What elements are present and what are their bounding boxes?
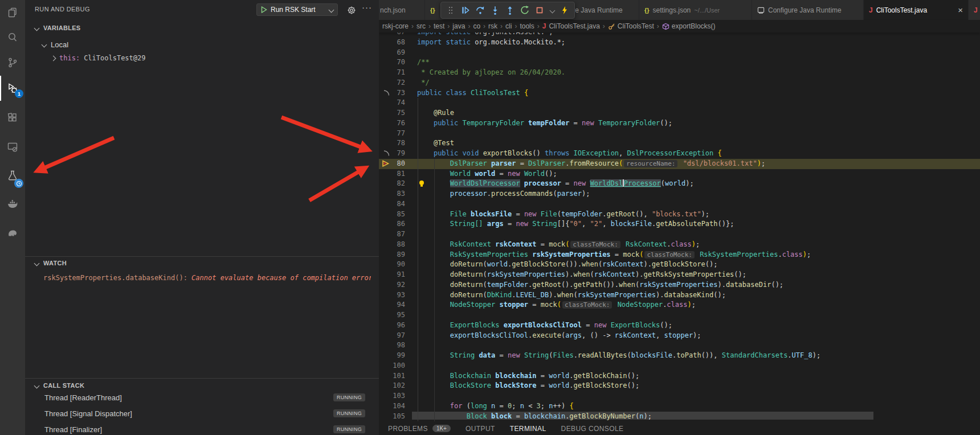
breadcrumb-item-rsk[interactable]: rsk — [488, 22, 497, 30]
variable-row-this[interactable]: this: CliToolsTest@29 — [51, 54, 146, 62]
watch-section-header[interactable]: WATCH — [35, 260, 67, 266]
gutter-glyph-margin[interactable] — [379, 38, 393, 48]
lightbulb-icon[interactable] — [418, 180, 425, 191]
gutter-glyph-margin[interactable] — [379, 391, 393, 401]
gutter-glyph-margin[interactable] — [379, 310, 393, 321]
gutter-glyph-margin[interactable] — [379, 88, 393, 99]
restart-icon[interactable] — [518, 4, 531, 17]
gutter-glyph-margin[interactable] — [379, 189, 393, 199]
gutter-glyph-margin[interactable] — [379, 199, 393, 210]
gutter-glyph-margin[interactable] — [379, 58, 393, 68]
gutter-glyph-margin[interactable] — [379, 321, 393, 331]
docker-icon[interactable] — [0, 191, 25, 216]
gutter-glyph-margin[interactable] — [379, 280, 393, 290]
call-stack-section-header[interactable]: CALL STACK — [35, 382, 84, 389]
panel-tab-debug-console[interactable]: DEBUG CONSOLE — [561, 425, 624, 433]
call-stack-thread-row[interactable]: Thread [ReaderThread]RUNNING — [44, 392, 372, 403]
panel-tab-problems[interactable]: PROBLEMS1K+ — [388, 425, 451, 433]
gutter-glyph-margin[interactable] — [379, 260, 393, 270]
gutter-glyph-margin[interactable] — [379, 331, 393, 341]
tab-settings.json[interactable]: {}settings.json~/.../User — [639, 0, 752, 20]
line-number: 81 — [393, 169, 405, 179]
gutter-glyph-margin[interactable] — [379, 371, 393, 381]
tab-nch.json[interactable]: nch.json — [379, 0, 425, 20]
panel-tab-output[interactable]: OUTPUT — [466, 425, 495, 433]
gutter-glyph-margin[interactable] — [379, 98, 393, 108]
breadcrumb-item-rskj-core[interactable]: rskj-core — [382, 22, 409, 30]
breadcrumb-item-exportBlocks()[interactable]: exportBlocks() — [662, 22, 716, 30]
gutter-glyph-margin[interactable] — [379, 32, 393, 38]
call-stack-thread-row[interactable]: Thread [Signal Dispatcher]RUNNING — [44, 408, 372, 419]
gutter-glyph-margin[interactable] — [379, 219, 393, 229]
breadcrumb-item-test[interactable]: test — [434, 22, 444, 30]
gutter-glyph-margin[interactable] — [379, 179, 393, 189]
gutter-glyph-margin[interactable] — [379, 401, 393, 412]
step-into-icon[interactable] — [489, 4, 501, 17]
gutter-glyph-margin[interactable] — [379, 138, 393, 149]
explorer-icon[interactable] — [0, 0, 25, 25]
gutter-glyph-margin[interactable] — [379, 300, 393, 310]
gutter-glyph-margin[interactable] — [379, 48, 393, 58]
code-line-86: 86 String[] args = new String[]{"0", "2"… — [379, 219, 980, 229]
chevron-down-icon — [329, 7, 334, 13]
tab-clipped[interactable]: J — [969, 0, 980, 20]
hot-code-replace-icon[interactable] — [558, 4, 571, 17]
gutter-glyph-margin[interactable] — [379, 68, 393, 78]
gutter-glyph-margin[interactable] — [379, 412, 393, 422]
remote-explorer-icon[interactable] — [0, 134, 25, 159]
gutter-glyph-margin[interactable] — [379, 78, 393, 88]
breadcrumb-item-tools[interactable]: tools — [520, 22, 534, 30]
step-over-icon[interactable] — [474, 4, 487, 17]
breadcrumb-item-src[interactable]: src — [416, 22, 426, 30]
gutter-glyph-margin[interactable] — [379, 250, 393, 260]
close-icon[interactable]: × — [958, 6, 963, 14]
chevron-down-icon — [34, 25, 40, 31]
fold-indicator-icon[interactable] — [383, 150, 390, 157]
test-session-clock-badge — [14, 179, 23, 188]
gutter-glyph-margin[interactable] — [379, 108, 393, 118]
breadcrumb-item-cli[interactable]: cli — [505, 22, 512, 30]
search-icon[interactable] — [0, 25, 25, 50]
step-out-icon[interactable] — [504, 4, 516, 17]
watch-expression-row[interactable]: rskSystemProperties.databaseKind(): Cann… — [43, 274, 371, 282]
tab-CliToolsTest.java[interactable]: JCliToolsTest.java× — [864, 0, 969, 20]
debug-current-line-arrow-icon[interactable] — [382, 160, 390, 167]
variables-section-header[interactable]: VARIABLES — [35, 24, 80, 31]
gutter-glyph-margin[interactable] — [379, 290, 393, 301]
gutter-glyph-margin[interactable] — [379, 129, 393, 139]
breadcrumb-item-CliToolsTest[interactable]: CliToolsTest — [608, 22, 654, 30]
gradle-elephant-icon[interactable] — [0, 220, 25, 245]
breadcrumb-item-CliToolsTest.java[interactable]: JCliToolsTest.java — [542, 22, 600, 30]
extensions-icon[interactable] — [0, 105, 25, 130]
breadcrumb-separator: › — [468, 22, 470, 30]
gutter-glyph-margin[interactable] — [379, 270, 393, 280]
gutter-glyph-margin[interactable] — [379, 210, 393, 220]
panel-tab-terminal[interactable]: TERMINAL — [510, 425, 546, 433]
gutter-glyph-margin[interactable] — [379, 229, 393, 240]
gutter-glyph-margin[interactable] — [379, 169, 393, 179]
more-actions-icon[interactable]: ··· — [362, 2, 372, 12]
line-number: 93 — [393, 290, 405, 301]
gutter-glyph-margin[interactable] — [379, 240, 393, 250]
toolbar-drag-handle[interactable] — [444, 4, 457, 17]
gutter-glyph-margin[interactable] — [379, 351, 393, 361]
gutter-glyph-margin[interactable] — [379, 118, 393, 129]
breadcrumb-item-co[interactable]: co — [473, 22, 480, 30]
continue-icon[interactable] — [459, 4, 472, 17]
tab-Configure Java Runtime[interactable]: Configure Java Runtime — [752, 0, 864, 20]
gutter-glyph-margin[interactable] — [379, 159, 393, 169]
code-editor[interactable]: 67import static org.junit.Assert.*;68imp… — [379, 32, 980, 422]
variables-scope-local[interactable]: Local — [42, 40, 68, 49]
gutter-glyph-margin[interactable] — [379, 361, 393, 371]
stop-menu-chevron-icon[interactable] — [548, 4, 556, 17]
source-control-icon[interactable] — [0, 50, 25, 75]
fold-indicator-icon[interactable] — [383, 90, 390, 97]
run-config-dropdown[interactable]: Run RSK Start — [256, 3, 338, 16]
gutter-glyph-margin[interactable] — [379, 340, 393, 351]
gutter-glyph-margin[interactable] — [379, 381, 393, 391]
call-stack-thread-row[interactable]: Thread [Finalizer]RUNNING — [44, 424, 372, 435]
breadcrumb-item-java[interactable]: java — [452, 22, 465, 30]
gear-icon[interactable] — [347, 6, 356, 17]
gutter-glyph-margin[interactable] — [379, 149, 393, 159]
stop-icon[interactable] — [533, 4, 546, 17]
